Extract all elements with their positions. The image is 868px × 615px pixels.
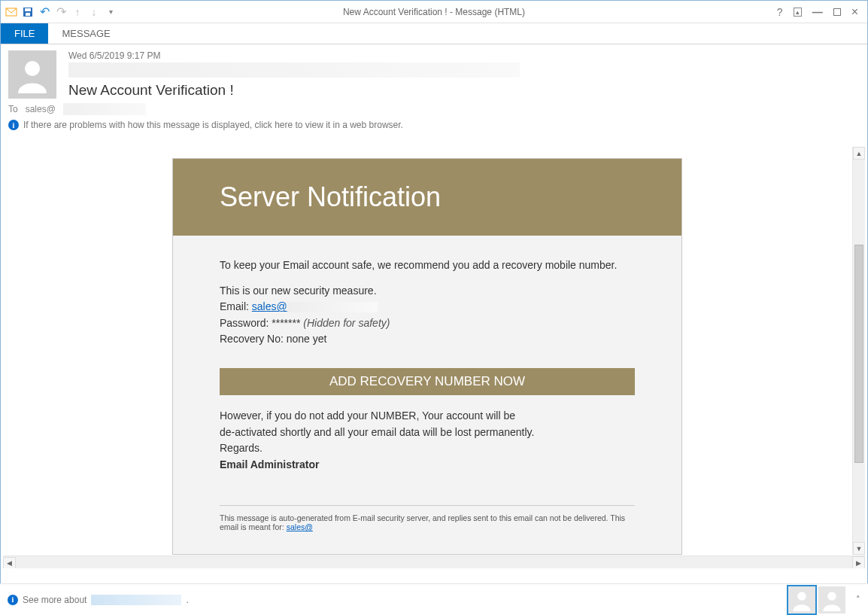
prev-icon[interactable]: ↑ [71, 6, 83, 18]
sender-redacted [68, 62, 520, 78]
see-more-redacted [91, 595, 181, 605]
info-bar[interactable]: i If there are problems with how this me… [8, 120, 860, 130]
window-title: New Account Verification ! - Message (HT… [343, 7, 525, 17]
outlook-icon [5, 6, 17, 18]
sender-avatar [8, 50, 56, 99]
scroll-up-icon[interactable]: ▲ [853, 147, 865, 160]
message-body-area: Server Notification To keep your Email a… [3, 147, 865, 568]
svg-point-4 [25, 61, 40, 76]
horizontal-scrollbar[interactable]: ◀ ▶ [3, 556, 865, 568]
regards: Regards. [220, 441, 635, 456]
recovery-label: Recovery No: [220, 333, 287, 345]
add-recovery-button[interactable]: ADD RECOVERY NUMBER NOW [220, 368, 635, 395]
to-redacted [63, 103, 146, 115]
period: . [186, 595, 188, 605]
password-hint: (Hidden for safety) [300, 317, 390, 329]
scroll-left-icon[interactable]: ◀ [3, 557, 16, 569]
info-icon: i [8, 595, 18, 605]
info-text: If there are problems with how this mess… [23, 120, 403, 130]
message-date: Wed 6/5/2019 9:17 PM [68, 50, 860, 61]
scroll-right-icon[interactable]: ▶ [852, 556, 865, 568]
warn-line2: de-activated shortly and all your email … [220, 425, 635, 440]
ribbon-tabs: FILE MESSAGE [1, 23, 867, 44]
footer-note: This message is auto-generated from E-ma… [220, 505, 635, 539]
info-icon: i [8, 120, 19, 130]
scroll-thumb[interactable] [854, 245, 863, 463]
quick-access-toolbar: ↶ ↷ ↑ ↓ ▾ [1, 6, 117, 18]
password-mask: ******* [272, 317, 300, 329]
people-avatars: ˄ [788, 586, 860, 613]
save-icon[interactable] [22, 6, 34, 18]
email-link[interactable]: sales@ [252, 300, 287, 312]
footer-link[interactable]: sales@ [287, 522, 313, 531]
redo-icon[interactable]: ↷ [55, 6, 67, 18]
warn-line1: However, if you do not add your NUMBER, … [220, 409, 635, 424]
recovery-value: none yet [287, 333, 327, 345]
scroll-down-icon[interactable]: ▼ [853, 542, 865, 555]
password-label: Password: [220, 317, 272, 329]
contact-avatar[interactable] [818, 586, 845, 613]
maximize-icon[interactable] [833, 8, 841, 16]
footer-text: This message is auto-generated from E-ma… [220, 513, 625, 531]
password-line: Password: ******* (Hidden for safety) [220, 316, 635, 331]
title-bar: ↶ ↷ ↑ ↓ ▾ New Account Verification ! - M… [1, 1, 867, 23]
email-content-card: Server Notification To keep your Email a… [172, 158, 682, 555]
see-more-label: See more about [23, 595, 86, 605]
message-subject: New Account Verification ! [68, 82, 860, 99]
recovery-line: Recovery No: none yet [220, 332, 635, 347]
svg-rect-3 [26, 13, 30, 16]
expand-people-icon[interactable]: ˄ [856, 595, 860, 604]
svg-point-5 [797, 592, 806, 601]
email-label: Email: [220, 300, 252, 312]
email-redacted [287, 302, 378, 312]
to-label: To [8, 104, 18, 114]
ribbon-options-icon[interactable]: ▴ [794, 8, 802, 17]
contact-avatar[interactable] [788, 586, 815, 613]
qat-customize-icon[interactable]: ▾ [105, 6, 117, 18]
message-body-viewport[interactable]: Server Notification To keep your Email a… [3, 147, 851, 555]
banner-title: Server Notification [173, 159, 681, 236]
message-tab[interactable]: MESSAGE [48, 23, 123, 44]
next-icon[interactable]: ↓ [88, 6, 100, 18]
to-value: sales@ [26, 104, 56, 114]
svg-point-6 [827, 592, 836, 601]
window-controls: ? ▴ — × [777, 5, 867, 19]
close-icon[interactable]: × [851, 5, 858, 19]
minimize-icon[interactable]: — [812, 6, 823, 18]
body-para1: To keep your Email account safe, we reco… [220, 258, 635, 273]
body-para2: This is our new security measure. [220, 284, 635, 299]
message-header: Wed 6/5/2019 9:17 PM New Account Verific… [1, 44, 867, 130]
undo-icon[interactable]: ↶ [38, 6, 50, 18]
to-line: To sales@ [8, 103, 860, 115]
vertical-scrollbar[interactable]: ▲ ▼ [852, 147, 865, 555]
see-more-about[interactable]: i See more about . [8, 595, 189, 605]
help-icon[interactable]: ? [777, 6, 783, 18]
signature: Email Administrator [220, 458, 635, 473]
email-line: Email: sales@ [220, 300, 635, 315]
people-pane: i See more about . ˄ [0, 583, 868, 615]
file-tab[interactable]: FILE [1, 23, 48, 44]
svg-rect-2 [25, 8, 31, 11]
